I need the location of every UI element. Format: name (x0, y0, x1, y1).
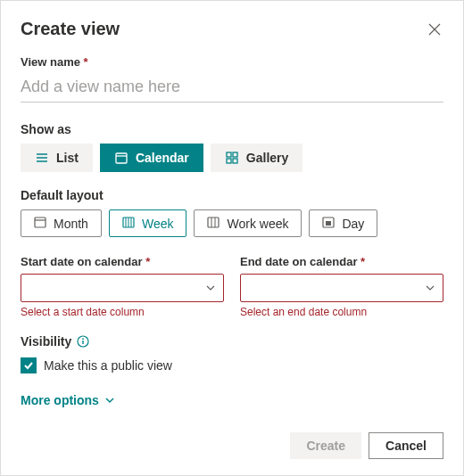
public-view-row: Make this a public view (21, 357, 443, 373)
start-date-error: Select a start date column (21, 306, 224, 318)
svg-rect-12 (83, 341, 84, 344)
day-icon (322, 216, 335, 231)
close-button[interactable] (426, 21, 443, 38)
visibility-header: Visibility (21, 334, 443, 349)
layout-day[interactable]: Day (309, 209, 377, 237)
svg-rect-2 (233, 152, 237, 157)
default-layout-section: Default layout Month Week Work week (21, 188, 443, 237)
end-date-error: Select an end date column (240, 306, 443, 318)
svg-rect-9 (326, 221, 331, 226)
layout-month[interactable]: Month (21, 209, 102, 237)
layout-workweek[interactable]: Work week (194, 209, 302, 237)
view-name-input[interactable] (21, 74, 443, 103)
public-view-label: Make this a public view (44, 358, 172, 373)
show-as-options: List Calendar Gallery (21, 144, 443, 172)
svg-rect-3 (227, 159, 231, 163)
month-icon (34, 216, 46, 231)
start-date-label: Start date on calendar * (21, 255, 224, 268)
chevron-down-icon (104, 395, 115, 406)
svg-rect-0 (116, 153, 127, 163)
end-date-label: End date on calendar * (240, 255, 443, 268)
show-as-gallery[interactable]: Gallery (211, 144, 302, 172)
start-date-field: Start date on calendar * Select a start … (21, 255, 224, 318)
chevron-down-icon (425, 283, 435, 293)
dialog-footer: Create Cancel (290, 432, 443, 459)
gallery-icon (225, 151, 239, 165)
show-as-label: Show as (21, 122, 443, 136)
cancel-button[interactable]: Cancel (369, 432, 443, 459)
svg-rect-5 (35, 217, 46, 227)
calendar-icon (114, 151, 128, 165)
default-layout-label: Default layout (21, 188, 443, 202)
svg-rect-1 (227, 152, 231, 157)
dialog-title: Create view (21, 19, 120, 39)
view-name-field: View name * (21, 55, 443, 103)
show-as-section: Show as List Calendar Gallery (21, 122, 443, 172)
chevron-down-icon (205, 283, 216, 293)
end-date-select[interactable] (240, 274, 443, 302)
svg-point-11 (82, 338, 84, 340)
workweek-icon (207, 216, 220, 231)
public-view-checkbox[interactable] (21, 357, 37, 373)
layout-options: Month Week Work week Day (21, 209, 443, 237)
week-icon (122, 216, 135, 231)
view-name-label: View name * (21, 55, 443, 69)
show-as-calendar[interactable]: Calendar (100, 144, 203, 172)
create-view-dialog: Create view View name * Show as List Cal… (0, 0, 464, 476)
close-icon (428, 23, 441, 36)
date-columns-row: Start date on calendar * Select a start … (21, 255, 443, 318)
list-icon (35, 151, 49, 165)
show-as-list[interactable]: List (21, 144, 93, 172)
start-date-select[interactable] (21, 274, 224, 302)
end-date-field: End date on calendar * Select an end dat… (240, 255, 443, 318)
dialog-header: Create view (21, 19, 443, 39)
svg-rect-4 (233, 159, 237, 163)
visibility-label: Visibility (21, 334, 71, 349)
create-button: Create (290, 432, 361, 459)
more-options-toggle[interactable]: More options (21, 393, 115, 407)
check-icon (23, 360, 34, 371)
svg-rect-7 (208, 217, 219, 227)
info-icon[interactable] (77, 335, 89, 348)
visibility-section: Visibility Make this a public view (21, 334, 443, 373)
layout-week[interactable]: Week (109, 209, 187, 237)
